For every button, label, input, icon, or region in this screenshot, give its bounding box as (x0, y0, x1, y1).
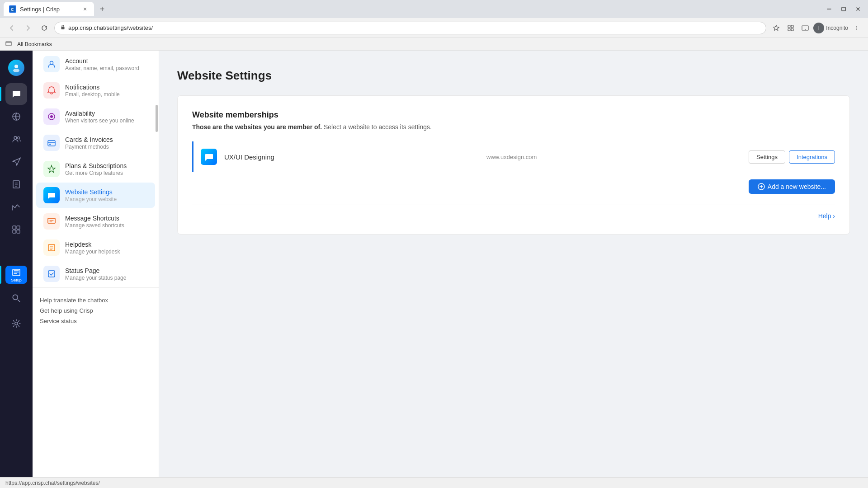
svg-rect-21 (17, 226, 20, 229)
add-website-row: Add a new website... (192, 172, 835, 201)
svg-rect-30 (48, 141, 55, 146)
notifications-icon (43, 82, 60, 99)
cards-icon (43, 135, 60, 151)
svg-rect-23 (17, 230, 20, 233)
reload-button[interactable] (38, 22, 51, 34)
svg-point-17 (14, 136, 17, 139)
availability-title: Availability (65, 110, 134, 117)
message-shortcuts-title: Message Shortcuts (65, 215, 124, 222)
nav-item-search[interactable] (5, 287, 27, 309)
website-url: www.uxdesign.com (486, 154, 741, 160)
website-actions: Settings Integrations (749, 150, 835, 164)
nav-item-chart[interactable] (5, 196, 27, 218)
nav-item-chat[interactable] (5, 83, 27, 105)
nav-item-setup[interactable]: Setup (5, 266, 27, 284)
plus-icon (758, 183, 765, 190)
svg-rect-24 (13, 269, 20, 276)
nav-item-send[interactable] (5, 151, 27, 173)
sidebar-item-cards[interactable]: Cards & Invoices Payment methods (36, 130, 155, 155)
menu-button[interactable] (850, 22, 863, 34)
svg-rect-6 (788, 28, 790, 31)
help-link[interactable]: Get help using Crisp (40, 305, 151, 316)
nav-item-puzzle[interactable] (5, 219, 27, 240)
tab-title: Settings | Crisp (20, 6, 60, 13)
website-desc: Manage your website (65, 196, 117, 202)
svg-rect-5 (791, 25, 793, 28)
svg-point-25 (13, 295, 18, 300)
page-title: Website Settings (177, 69, 850, 83)
screen-cast-icon[interactable] (799, 22, 811, 34)
sidebar-item-helpdesk[interactable]: Helpdesk Manage your helpdesk (36, 235, 155, 260)
svg-rect-3 (61, 27, 65, 29)
sidebar-item-website[interactable]: Website Settings Manage your website (36, 183, 155, 208)
bookmarks-label: All Bookmarks (17, 41, 52, 47)
window-minimize-button[interactable] (823, 3, 835, 15)
website-memberships-card: Website memberships Those are the websit… (177, 95, 850, 235)
sidebar-item-account[interactable]: Account Avatar, name, email, password (36, 52, 155, 77)
translate-link[interactable]: Help translate the chatbox (40, 295, 151, 305)
svg-point-18 (18, 137, 20, 139)
window-maximize-button[interactable] (837, 3, 850, 15)
card-subtitle-prefix: Those are the websites you are member of… (192, 123, 322, 131)
add-website-button[interactable]: Add a new website... (749, 179, 835, 194)
browser-tab[interactable]: C Settings | Crisp × (4, 2, 94, 16)
bookmarks-folder-icon (5, 40, 12, 48)
sidebar-item-notifications[interactable]: Notifications Email, desktop, mobile (36, 78, 155, 103)
svg-point-9 (805, 29, 806, 30)
sidebar-item-status[interactable]: Status Page Manage your status page (36, 261, 155, 286)
availability-desc: When visitors see you online (65, 117, 134, 124)
window-close-button[interactable] (852, 3, 864, 15)
status-title: Status Page (65, 267, 126, 274)
address-bar[interactable]: app.crisp.chat/settings/websites/ (54, 22, 766, 34)
plans-icon (43, 161, 60, 177)
sidebar-scrollbar[interactable] (156, 105, 158, 132)
profile-button[interactable]: I (813, 23, 824, 33)
website-name: UX/UI Designing (224, 153, 479, 161)
nav-item-files[interactable] (5, 174, 27, 195)
svg-rect-20 (13, 226, 16, 229)
helpdesk-icon (43, 239, 60, 256)
sidebar-footer: Help translate the chatbox Get help usin… (33, 287, 159, 333)
sidebar-item-plans[interactable]: Plans & Subscriptions Get more Crisp fea… (36, 156, 155, 182)
bookmarks-star-icon[interactable] (770, 22, 783, 34)
main-content: Website Settings Website memberships Tho… (159, 51, 868, 477)
cards-title: Cards & Invoices (65, 136, 113, 143)
incognito-label: Incognito (826, 25, 848, 31)
extension-puzzle-icon[interactable] (784, 22, 797, 34)
status-bar: https://app.crisp.chat/settings/websites… (0, 477, 868, 488)
cards-desc: Payment methods (65, 144, 113, 150)
nav-item-globe[interactable] (5, 106, 27, 127)
back-button[interactable] (5, 22, 18, 34)
svg-rect-31 (49, 144, 51, 145)
settings-button[interactable]: Settings (749, 150, 785, 164)
add-website-label: Add a new website... (768, 183, 826, 190)
svg-rect-32 (48, 244, 55, 251)
nav-item-settings[interactable] (5, 313, 27, 334)
url-text: app.crisp.chat/settings/websites/ (68, 24, 153, 31)
window-controls (823, 3, 864, 15)
user-avatar[interactable] (8, 60, 24, 76)
integrations-button[interactable]: Integrations (789, 150, 835, 164)
settings-sidebar: Account Avatar, name, email, password No… (33, 51, 159, 477)
svg-rect-2 (842, 7, 845, 11)
sidebar-item-availability[interactable]: Availability When visitors see you onlin… (36, 104, 155, 129)
new-tab-button[interactable]: + (96, 3, 108, 15)
website-site-icon (201, 149, 217, 165)
setup-label: Setup (11, 278, 22, 282)
status-page-icon (43, 266, 60, 282)
account-icon (43, 56, 60, 72)
helpdesk-title: Helpdesk (65, 241, 120, 248)
svg-point-15 (13, 69, 19, 72)
availability-icon (43, 108, 60, 125)
notifications-title: Notifications (65, 84, 120, 91)
status-url: https://app.crisp.chat/settings/websites… (5, 480, 100, 486)
card-title: Website memberships (192, 110, 835, 120)
forward-button[interactable] (22, 22, 34, 34)
close-tab-button[interactable]: × (81, 5, 89, 13)
card-help-link[interactable]: Help › (818, 212, 835, 220)
lock-icon (60, 24, 66, 31)
nav-item-users[interactable] (5, 128, 27, 150)
service-status-link[interactable]: Service status (40, 316, 151, 326)
sidebar-item-message-shortcuts[interactable]: Message Shortcuts Manage saved shortcuts (36, 209, 155, 234)
account-desc: Avatar, name, email, password (65, 65, 139, 71)
